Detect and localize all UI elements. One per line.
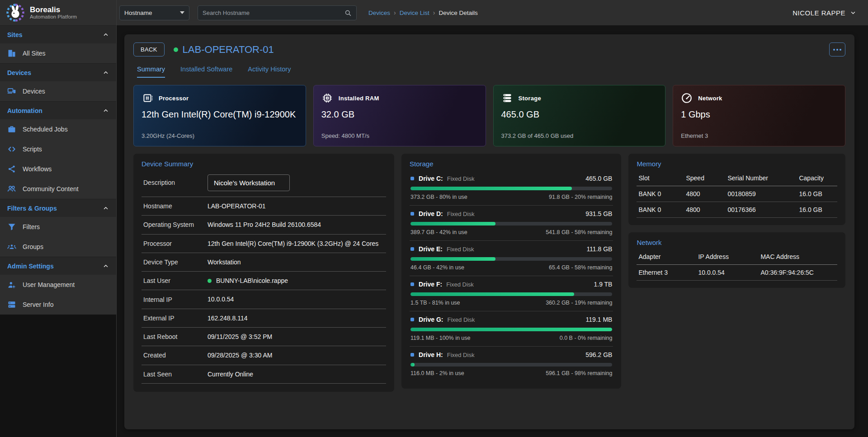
drive-usage-bar	[410, 187, 612, 190]
storage-card: Storage 465.0 GB 373.2 GB of 465.0 GB us…	[493, 85, 666, 146]
summary-row-description: Description	[142, 170, 386, 197]
sidebar-item-scheduled-jobs[interactable]: Scheduled Jobs	[0, 119, 116, 139]
sidebar-item-devices[interactable]: Devices	[0, 81, 116, 101]
tab-summary[interactable]: Summary	[137, 66, 165, 78]
chevron-up-icon	[103, 205, 109, 211]
drive-remaining: 596.1 GB - 98% remaining	[546, 370, 612, 376]
workflow-icon	[7, 164, 16, 174]
drive-type: Fixed Disk	[446, 281, 474, 288]
drive-row-d: Drive D: Fixed Disk 931.5 GB 389.7 GB - …	[410, 206, 613, 241]
search-field-select[interactable]: Hostname	[119, 5, 189, 20]
sidebar-section-sites[interactable]: Sites	[0, 25, 116, 43]
row-value: 162.248.8.114	[208, 314, 384, 323]
col-header-adapter: Adapter	[638, 253, 698, 260]
caret-down-icon	[180, 11, 184, 14]
drive-icon	[410, 212, 414, 216]
sidebar-item-label: Community Content	[23, 185, 79, 193]
cell-mac: A0:36:9F:94:26:5C	[760, 269, 835, 276]
drive-usage-bar	[410, 363, 612, 367]
summary-row-operating-system: Operating System Windows 11 Pro 24H2 Bui…	[142, 216, 386, 234]
row-value: Currently Online	[208, 370, 384, 379]
sidebar-item-community-content[interactable]: Community Content	[0, 179, 116, 199]
speedometer-icon	[681, 92, 693, 104]
section-label: Sites	[7, 31, 22, 38]
installed-ram-card: Installed RAM 32.0 GB Speed: 4800 MT/s	[313, 85, 486, 146]
borealis-bunny-logo	[5, 3, 25, 23]
sidebar-item-server-info[interactable]: Server Info	[0, 295, 116, 315]
card-title: Storage	[519, 95, 542, 102]
sidebar-item-workflows[interactable]: Workflows	[0, 159, 116, 179]
sidebar-item-label: User Management	[23, 281, 75, 288]
user-menu[interactable]: NICOLE RAPPE	[793, 9, 856, 17]
drive-used: 389.7 GB - 42% in use	[410, 229, 467, 235]
drive-total: 596.2 GB	[585, 351, 612, 358]
card-value: 1 Gbps	[681, 109, 837, 120]
sidebar-item-all-sites[interactable]: All Sites	[0, 43, 116, 63]
drive-icon	[410, 318, 414, 321]
sidebar-item-label: Server Info	[23, 301, 53, 308]
sidebar-section-automation[interactable]: Automation	[0, 101, 116, 119]
row-value: 10.0.0.54	[208, 295, 384, 304]
more-actions-button[interactable]	[829, 42, 845, 56]
description-input[interactable]	[208, 174, 290, 191]
sidebar-item-label: Devices	[23, 88, 45, 95]
search-icon[interactable]	[344, 9, 352, 17]
drive-icon	[410, 247, 414, 251]
search-input[interactable]	[203, 9, 344, 16]
drive-remaining: 0.0 B - 0% remaining	[560, 335, 613, 341]
drive-name: Drive F:	[419, 281, 442, 288]
breadcrumb-devices-link[interactable]: Devices	[368, 9, 390, 16]
card-sub: 373.2 GB of 465.0 GB used	[501, 132, 658, 139]
memory-chip-icon	[321, 92, 333, 104]
sidebar-item-user-management[interactable]: User Management	[0, 275, 116, 295]
server-icon	[7, 300, 16, 309]
col-header-speed: Speed	[686, 174, 727, 182]
devices-icon	[7, 87, 16, 96]
sidebar-section-admin-settings[interactable]: Admin Settings	[0, 257, 116, 275]
detail-panels: Device Summary Description Hostname LAB-…	[133, 154, 845, 392]
sidebar-item-scripts[interactable]: Scripts	[0, 139, 116, 159]
breadcrumb: Devices › Device List › Device Details	[368, 9, 478, 16]
drive-type: Fixed Disk	[447, 211, 475, 217]
drive-row-g: Drive G: Fixed Disk 119.1 MB 119.1 MB - …	[410, 311, 613, 347]
drive-remaining: 65.4 GB - 58% remaining	[549, 264, 612, 271]
cell-capacity: 16.0 GB	[799, 190, 835, 197]
brand-name: Borealis	[30, 6, 77, 14]
sidebar-section-devices[interactable]: Devices	[0, 63, 116, 81]
network-panel: Network Adapter IP Address MAC Address E…	[628, 232, 845, 288]
breadcrumb-device-list-link[interactable]: Device List	[400, 9, 429, 16]
drive-usage-bar	[410, 257, 612, 261]
row-value: LAB-OPERATOR-01	[208, 202, 384, 211]
sidebar-item-groups[interactable]: Groups	[0, 237, 116, 257]
tab-activity-history[interactable]: Activity History	[248, 66, 291, 78]
device-title: LAB-OPERATOR-01	[183, 44, 274, 56]
drive-remaining: 360.2 GB - 19% remaining	[546, 300, 612, 306]
row-label: Internal IP	[143, 296, 203, 304]
memory-table-row: BANK 0 4800 00176366 16.0 GB	[637, 202, 837, 218]
summary-row-created: Created 09/28/2025 @ 3:30 AM	[142, 346, 386, 365]
row-value: Windows 11 Pro 24H2 Build 26100.6584	[208, 220, 384, 229]
processor-card: Processor 12th Gen Intel(R) Core(TM) i9-…	[133, 85, 306, 146]
user-gear-icon	[7, 280, 16, 289]
row-value: 09/11/2025 @ 3:52 PM	[208, 332, 384, 341]
tab-installed-software[interactable]: Installed Software	[180, 66, 232, 78]
cell-adapter: Ethernet 3	[638, 269, 698, 276]
drive-icon	[410, 282, 414, 286]
device-summary-panel: Device Summary Description Hostname LAB-…	[133, 154, 394, 392]
back-button[interactable]: BACK	[133, 42, 165, 56]
summary-row-hostname: Hostname LAB-OPERATOR-01	[142, 197, 386, 216]
sidebar-item-filters[interactable]: Filters	[0, 217, 116, 237]
row-value: Workstation	[208, 258, 384, 267]
drive-icon	[410, 353, 414, 357]
col-header-capacity: Capacity	[799, 174, 835, 182]
drive-name: Drive H:	[419, 351, 443, 358]
brand-tagline: Automation Platform	[30, 14, 77, 19]
cell-slot: BANK 0	[638, 190, 686, 197]
brand-header: Borealis Automation Platform	[0, 0, 116, 25]
sidebar-section-filters-groups[interactable]: Filters & Groups	[0, 199, 116, 217]
drive-total: 111.8 GB	[586, 245, 612, 253]
row-label: Device Type	[143, 258, 203, 266]
drive-type: Fixed Disk	[447, 316, 475, 323]
drive-total: 119.1 MB	[586, 316, 613, 323]
groups-icon	[7, 242, 16, 251]
